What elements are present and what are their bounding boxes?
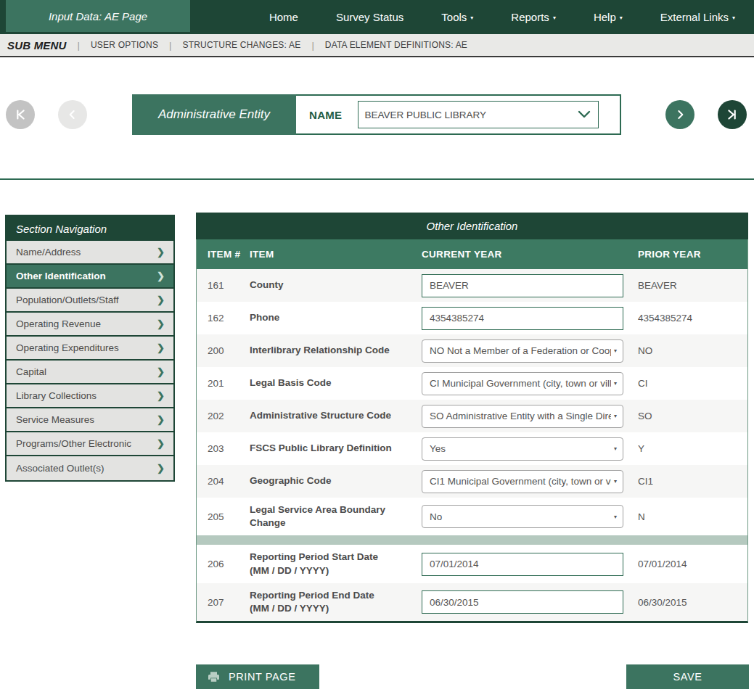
last-record-button[interactable] — [718, 100, 747, 129]
name-label: NAME — [309, 109, 342, 121]
prior-year-value: CI1 — [638, 476, 747, 487]
input-item-161[interactable] — [422, 274, 623, 297]
nav-item-label: Tools — [441, 11, 467, 23]
sidebar-item-associated-outlet-s[interactable]: Associated Outlet(s)❯ — [7, 456, 173, 480]
prior-year-value: Y — [638, 443, 747, 454]
chevron-down-icon — [578, 110, 591, 119]
nav-item-help[interactable]: Help▾ — [594, 11, 623, 23]
select-item-205[interactable]: No▾ — [422, 505, 623, 528]
dropdown-caret-icon: ▾ — [614, 514, 617, 520]
sidebar-item-population-outlets-staff[interactable]: Population/Outlets/Staff❯ — [7, 289, 173, 313]
item-label: County — [250, 273, 422, 297]
current-year-cell — [422, 274, 638, 297]
nav-tab-input-data-ae-page[interactable]: Input Data: AE Page — [6, 0, 190, 32]
nav-item-survey-status[interactable]: Survey Status — [336, 11, 403, 23]
select-item-201[interactable]: CI Municipal Government (city, town or v… — [422, 372, 623, 395]
sidebar-item-library-collections[interactable]: Library Collections❯ — [7, 384, 173, 408]
item-number: 205 — [197, 511, 250, 522]
input-item-162[interactable] — [422, 307, 623, 330]
column-header-item-number: ITEM # — [197, 249, 250, 260]
item-label: Reporting Period Start Date (MM / DD / Y… — [250, 545, 422, 582]
item-label: Administrative Structure Code — [250, 403, 422, 428]
library-name-value: BEAVER PUBLIC LIBRARY — [364, 110, 486, 120]
first-record-button[interactable] — [6, 100, 35, 129]
table-row-item-207: 207Reporting Period End Date (MM / DD / … — [197, 583, 747, 621]
sidebar-item-operating-expenditures[interactable]: Operating Expenditures❯ — [7, 337, 173, 361]
submenu-title: SUB MENU — [7, 39, 67, 52]
nav-items: HomeSurvey StatusTools▾Reports▾Help▾Exte… — [269, 0, 735, 34]
sidebar-item-other-identification[interactable]: Other Identification❯ — [7, 265, 173, 289]
item-number: 202 — [197, 411, 250, 421]
nav-item-label: Survey Status — [336, 11, 403, 23]
chevron-right-icon: ❯ — [157, 295, 165, 305]
column-header-item: ITEM — [250, 249, 422, 260]
item-label: Interlibrary Relationship Code — [250, 338, 422, 363]
submenu-link-structure-changes-ae[interactable]: STRUCTURE CHANGES: AE — [182, 40, 300, 50]
top-navbar: Input Data: AE Page HomeSurvey StatusToo… — [0, 0, 754, 34]
sidebar-item-label: Capital — [16, 366, 46, 377]
save-button[interactable]: SAVE — [626, 664, 749, 689]
table-header-row: ITEM # ITEM CURRENT YEAR PRIOR YEAR — [197, 239, 747, 269]
current-year-cell — [422, 553, 638, 576]
print-page-button[interactable]: PRINT PAGE — [196, 664, 319, 689]
sidebar-item-name-address[interactable]: Name/Address❯ — [7, 241, 173, 265]
table-row-item-202: 202Administrative Structure CodeSO Admin… — [197, 400, 747, 432]
sidebar-item-capital[interactable]: Capital❯ — [7, 361, 173, 384]
select-item-203[interactable]: Yes▾ — [422, 437, 623, 461]
select-item-200[interactable]: NO Not a Member of a Federation or Coop▾ — [422, 339, 623, 363]
item-number: 204 — [197, 476, 250, 487]
item-label: Legal Service Area Boundary Change — [250, 498, 422, 535]
nav-item-reports[interactable]: Reports▾ — [511, 11, 556, 23]
chevron-right-icon: ❯ — [157, 247, 165, 258]
nav-item-home[interactable]: Home — [269, 11, 298, 23]
submenu-separator: | — [169, 40, 171, 51]
table-row-item-162: 162Phone4354385274 — [197, 302, 747, 334]
table-title: Other Identification — [196, 213, 748, 239]
select-item-204[interactable]: CI1 Municipal Government (city, town or … — [422, 470, 623, 493]
sidebar-item-label: Operating Revenue — [16, 318, 101, 329]
submenu-link-user-options[interactable]: USER OPTIONS — [91, 40, 158, 50]
item-number: 206 — [197, 559, 250, 569]
chevron-right-icon: ❯ — [157, 342, 165, 353]
library-name-select[interactable]: BEAVER PUBLIC LIBRARY — [358, 101, 599, 128]
input-item-206[interactable] — [422, 553, 623, 576]
sidebar-item-label: Population/Outlets/Staff — [16, 295, 119, 305]
entity-form: NAME BEAVER PUBLIC LIBRARY — [296, 96, 620, 133]
item-number: 207 — [197, 597, 250, 608]
column-header-current-year: CURRENT YEAR — [422, 249, 638, 260]
previous-record-button[interactable] — [58, 100, 87, 129]
table-row-item-204: 204Geographic CodeCI1 Municipal Governme… — [197, 465, 747, 498]
current-year-cell: NO Not a Member of a Federation or Coop▾ — [422, 339, 638, 363]
nav-item-label: Home — [269, 11, 298, 23]
section-navigation-title: Section Navigation — [7, 216, 173, 241]
sidebar-item-programs-other-electronic[interactable]: Programs/Other Electronic❯ — [7, 432, 173, 456]
skip-to-last-icon — [724, 107, 740, 123]
chevron-right-icon: ❯ — [157, 438, 165, 449]
dropdown-caret-icon: ▾ — [614, 380, 617, 387]
item-label: Phone — [250, 305, 422, 330]
prior-year-value: 06/30/2015 — [638, 597, 747, 608]
nav-item-tools[interactable]: Tools▾ — [441, 11, 473, 23]
table-row-item-201: 201Legal Basis CodeCI Municipal Governme… — [197, 367, 747, 400]
chevron-left-icon — [65, 107, 80, 122]
item-number: 201 — [197, 378, 250, 389]
table-row-item-205: 205Legal Service Area Boundary ChangeNo▾… — [197, 498, 747, 535]
chevron-right-icon: ❯ — [157, 366, 165, 377]
submenu-link-data-element-definitions-ae[interactable]: DATA ELEMENT DEFINITIONS: AE — [325, 40, 467, 50]
select-value: NO Not a Member of a Federation or Coop — [430, 345, 611, 356]
select-item-202[interactable]: SO Administrative Entity with a Single D… — [422, 405, 623, 428]
current-year-cell: CI1 Municipal Government (city, town or … — [422, 470, 638, 493]
item-number: 161 — [197, 280, 250, 291]
select-value: SO Administrative Entity with a Single D… — [430, 411, 611, 421]
nav-item-external-links[interactable]: External Links▾ — [660, 11, 735, 23]
item-label: Geographic Code — [250, 469, 422, 493]
current-year-cell — [422, 590, 638, 614]
select-value: CI1 Municipal Government (city, town or … — [430, 476, 611, 487]
sidebar-item-service-measures[interactable]: Service Measures❯ — [7, 408, 173, 432]
prior-year-value: CI — [638, 378, 747, 389]
sidebar-item-operating-revenue[interactable]: Operating Revenue❯ — [7, 313, 173, 337]
next-record-button[interactable] — [665, 100, 694, 129]
submenu-links: |USER OPTIONS|STRUCTURE CHANGES: AE|DATA… — [67, 40, 467, 51]
current-year-cell: CI Municipal Government (city, town or v… — [422, 372, 638, 395]
input-item-207[interactable] — [422, 590, 623, 614]
